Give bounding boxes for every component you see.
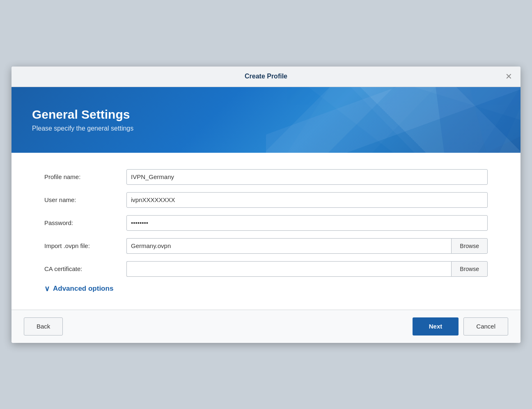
profile-name-row: Profile name: — [44, 169, 488, 185]
import-ovpn-row: Import .ovpn file: Browse — [44, 238, 488, 254]
create-profile-dialog: Create Profile ✕ General Settings Please… — [11, 67, 521, 343]
title-bar: Create Profile ✕ — [11, 67, 521, 87]
password-label: Password: — [44, 219, 126, 226]
chevron-down-icon: ∨ — [44, 284, 50, 293]
import-ovpn-browse-button[interactable]: Browse — [451, 238, 488, 254]
ca-cert-group: Browse — [126, 261, 488, 277]
import-ovpn-input[interactable] — [126, 238, 451, 254]
advanced-options-label: Advanced options — [53, 285, 113, 293]
ca-cert-row: CA certificate: Browse — [44, 261, 488, 277]
ca-cert-browse-button[interactable]: Browse — [451, 261, 488, 277]
dialog-title: Create Profile — [245, 73, 287, 80]
advanced-options-toggle[interactable]: ∨ Advanced options — [44, 284, 488, 293]
header-banner: General Settings Please specify the gene… — [11, 87, 521, 153]
header-title: General Settings — [32, 108, 500, 122]
import-ovpn-group: Browse — [126, 238, 488, 254]
footer-right: Next Cancel — [413, 317, 508, 335]
profile-name-label: Profile name: — [44, 173, 126, 180]
password-input[interactable] — [126, 215, 488, 231]
form-area: Profile name: User name: Password: Impor… — [11, 153, 521, 310]
back-button[interactable]: Back — [24, 317, 63, 335]
profile-name-input[interactable] — [126, 169, 488, 185]
ca-cert-label: CA certificate: — [44, 265, 126, 272]
import-ovpn-label: Import .ovpn file: — [44, 242, 126, 249]
cancel-button[interactable]: Cancel — [463, 317, 508, 335]
footer-left: Back — [24, 317, 63, 335]
next-button[interactable]: Next — [413, 317, 459, 335]
dialog-footer: Back Next Cancel — [11, 310, 521, 343]
user-name-row: User name: — [44, 192, 488, 208]
close-button[interactable]: ✕ — [505, 72, 512, 80]
ca-cert-input[interactable] — [126, 261, 451, 277]
password-row: Password: — [44, 215, 488, 231]
user-name-input[interactable] — [126, 192, 488, 208]
header-subtitle: Please specify the general settings — [32, 125, 500, 132]
user-name-label: User name: — [44, 196, 126, 203]
